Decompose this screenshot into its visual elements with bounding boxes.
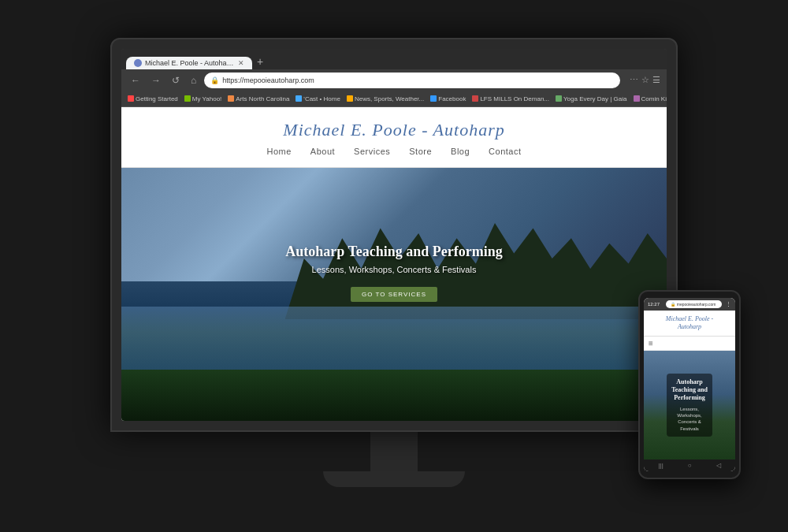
url-text: https://mepooieautoharp.com <box>222 76 314 84</box>
bookmarks-bar: Getting Started My Yahoo! Arts North Car… <box>121 91 667 107</box>
mobile-home-btn[interactable]: ○ <box>688 462 692 469</box>
refresh-button[interactable]: ↺ <box>169 73 183 87</box>
bookmark-favicon <box>184 95 191 102</box>
nav-home[interactable]: Home <box>266 147 291 156</box>
nav-about[interactable]: About <box>310 147 335 156</box>
mobile-bottom-bar: ||| ○ ◁ <box>644 459 735 471</box>
mobile-device: 12:27 🔒 mepooieautoharp.com ⋮ Michael E.… <box>638 290 741 479</box>
bookmark-news[interactable]: News, Sports, Weather... <box>347 95 424 102</box>
site-navigation: Home About Services Store Blog Contact <box>121 140 667 161</box>
bookmark-yoga[interactable]: Yoga Every Day | Gaia <box>556 95 627 102</box>
bookmark-comin[interactable]: Comin Kingdom - Fa... <box>634 95 667 102</box>
mobile-site-title: Michael E. Poole - Autoharp <box>647 315 732 332</box>
forward-button[interactable]: → <box>148 73 164 87</box>
hero-text-overlay: Autoharp Teaching and Performing Lessons… <box>121 244 667 302</box>
site-title: Michael E. Poole - Autoharp <box>121 120 667 140</box>
mobile-menu-btn[interactable]: ⋮ <box>726 301 731 307</box>
mobile-hero-subheading: Lessons,Workshops,Concerts &Festivals <box>671 406 708 433</box>
bookmark-favicon <box>634 95 640 102</box>
monitor-container: Michael E. Poole - Autoharp... ✕ + ← → ↺… <box>110 38 678 495</box>
monitor-stand-base <box>323 471 465 487</box>
mobile-screen: 12:27 🔒 mepooieautoharp.com ⋮ Michael E.… <box>644 298 735 471</box>
back-button[interactable]: ← <box>128 73 143 87</box>
star-icon[interactable]: ☆ <box>641 75 649 85</box>
bookmark-favicon <box>228 95 234 102</box>
hero-cta-button[interactable]: GO TO SERVICES <box>351 287 437 302</box>
bookmark-cast[interactable]: 'Cast • Home <box>296 95 340 102</box>
new-tab-button[interactable]: + <box>252 55 268 68</box>
bookmark-facebook[interactable]: Facebook <box>430 95 466 102</box>
mobile-site-header: Michael E. Poole - Autoharp <box>644 311 735 337</box>
home-button[interactable]: ⌂ <box>188 73 199 87</box>
mobile-url-text: mepooieautoharp.com <box>677 302 716 307</box>
more-icon[interactable]: ⋯ <box>630 75 638 85</box>
mobile-hero-section: AutoharpTeaching andPerforming Lessons,W… <box>644 351 735 459</box>
mobile-lock-icon: 🔒 <box>671 302 675 307</box>
mobile-hero-heading: AutoharpTeaching andPerforming <box>671 378 708 403</box>
bookmark-arts-nc[interactable]: Arts North Carolina <box>228 95 289 102</box>
nav-services[interactable]: Services <box>354 147 390 156</box>
mobile-url-bar[interactable]: 🔒 mepooieautoharp.com <box>666 300 722 308</box>
nav-contact[interactable]: Contact <box>489 147 521 156</box>
mobile-time: 12:27 <box>648 302 663 307</box>
bookmark-yahoo[interactable]: My Yahoo! <box>184 95 222 102</box>
website-content: Michael E. Poole - Autoharp Home About S… <box>121 107 667 421</box>
nav-blog[interactable]: Blog <box>451 147 470 156</box>
tab-label: Michael E. Poole - Autoharp... <box>145 59 235 67</box>
monitor-body: Michael E. Poole - Autoharp... ✕ + ← → ↺… <box>110 38 678 432</box>
menu-icon[interactable]: ☰ <box>652 75 660 85</box>
browser-tabs: Michael E. Poole - Autoharp... ✕ + <box>121 49 667 69</box>
hero-section: Autoharp Teaching and Performing Lessons… <box>121 168 667 421</box>
bookmark-favicon <box>430 95 437 102</box>
mobile-hero-text-box: AutoharpTeaching andPerforming Lessons,W… <box>667 374 712 437</box>
monitor-stand-neck <box>370 432 418 471</box>
bookmark-favicon <box>347 95 353 102</box>
desktop-monitor: Michael E. Poole - Autoharp... ✕ + ← → ↺… <box>110 38 678 495</box>
hero-subheading: Lessons, Workshops, Concerts & Festivals <box>121 265 667 274</box>
url-bar[interactable]: 🔒 https://mepooieautoharp.com <box>204 73 620 88</box>
lock-icon: 🔒 <box>210 76 219 84</box>
active-tab[interactable]: Michael E. Poole - Autoharp... ✕ <box>126 57 252 69</box>
bookmark-favicon <box>556 95 562 102</box>
tab-favicon <box>134 59 142 67</box>
bookmark-getting-started[interactable]: Getting Started <box>128 95 178 102</box>
mobile-back-btn[interactable]: ◁ <box>716 462 721 469</box>
hero-background: Autoharp Teaching and Performing Lessons… <box>121 168 667 421</box>
site-header: Michael E. Poole - Autoharp Home About S… <box>121 107 667 168</box>
monitor-screen: Michael E. Poole - Autoharp... ✕ + ← → ↺… <box>121 49 667 421</box>
bookmark-favicon <box>128 95 134 102</box>
hero-heading: Autoharp Teaching and Performing <box>121 244 667 260</box>
mobile-hamburger-menu[interactable]: ≡ <box>644 337 735 351</box>
nav-store[interactable]: Store <box>409 147 432 156</box>
mobile-recent-apps-btn[interactable]: ||| <box>658 462 663 469</box>
tab-close-btn[interactable]: ✕ <box>238 59 244 67</box>
bookmark-favicon <box>296 95 302 102</box>
toolbar-right: ⋯ ☆ ☰ <box>630 75 660 85</box>
address-bar: ← → ↺ ⌂ 🔒 https://mepooieautoharp.com ⋯ … <box>121 69 667 91</box>
browser-chrome: Michael E. Poole - Autoharp... ✕ + ← → ↺… <box>121 49 667 421</box>
bookmark-favicon <box>472 95 478 102</box>
bookmark-lfs[interactable]: LFS MILLS On Deman... <box>472 95 549 102</box>
